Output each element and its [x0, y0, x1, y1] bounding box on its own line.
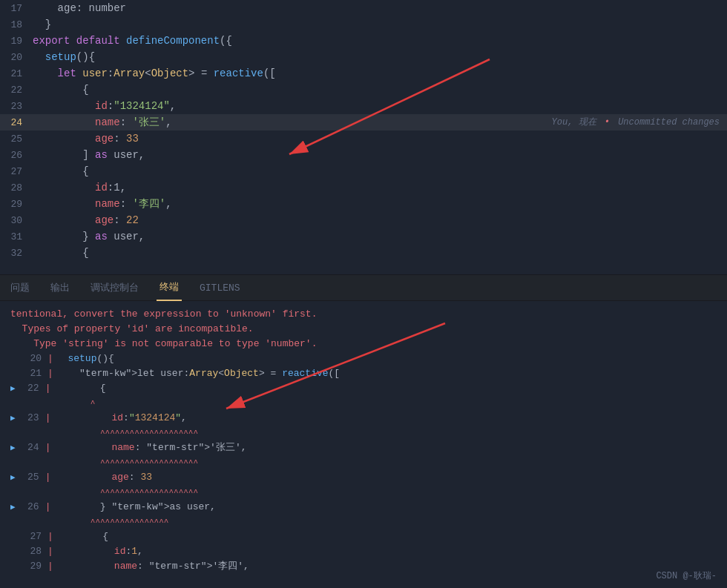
- terminal-line: ▶22| {: [10, 381, 717, 396]
- terminal-line: 21| "term-kw">let user:Array<Object> = r…: [10, 366, 717, 381]
- line-number: 22: [0, 82, 30, 99]
- editor-line-21: 21 let user:Array<Object> = reactive([: [0, 65, 727, 82]
- terminal-line: ▶23| id:"1324124",: [10, 411, 717, 426]
- line-number: 28: [0, 180, 30, 196]
- line-content: age: number: [30, 0, 727, 16]
- line-number: 23: [0, 99, 30, 115]
- editor-line-31: 31 } as user,: [0, 228, 727, 245]
- editor-line-30: 30 age: 22: [0, 212, 727, 228]
- line-content: setup(){: [30, 49, 727, 65]
- line-content: } as user,: [30, 228, 727, 245]
- line-number: 18: [0, 17, 30, 33]
- terminal-line: tentional, convert the expression to 'un…: [10, 307, 717, 322]
- editor-line-19: 19export default defineComponent({: [0, 33, 727, 49]
- editor-line-18: 18 }: [0, 16, 727, 33]
- line-number: 26: [0, 148, 30, 164]
- line-number: 27: [0, 164, 30, 180]
- line-number: 29: [0, 196, 30, 213]
- terminal-line: 20| setup(){: [10, 351, 717, 366]
- editor-line-32: 32 {: [0, 245, 727, 261]
- editor-line-24: 24 name: '张三',You, 现在 • Uncommitted chan…: [0, 114, 727, 131]
- line-number: 19: [0, 33, 30, 50]
- line-content: {: [30, 245, 727, 261]
- editor-line-25: 25 age: 33: [0, 131, 727, 147]
- line-number: 20: [0, 50, 30, 66]
- expand-arrow[interactable]: ▶: [10, 384, 16, 393]
- line-content: id:"1324124",: [30, 98, 727, 114]
- line-content: age: 33: [30, 131, 727, 147]
- tab-GITLENS[interactable]: GITLENS: [197, 274, 243, 301]
- editor-line-20: 20 setup(){: [0, 49, 727, 65]
- line-content: id:1,: [30, 179, 727, 196]
- line-content: }: [30, 16, 727, 33]
- terminal-line: Type 'string' is not comparable to type …: [10, 337, 717, 351]
- expand-arrow[interactable]: ▶: [10, 473, 16, 482]
- terminal-line: ^^^^^^^^^^^^^^^^^^^^: [10, 485, 717, 500]
- line-number: 32: [0, 245, 30, 262]
- expand-arrow[interactable]: ▶: [10, 414, 16, 423]
- tab-bar: 问题输出调试控制台终端GITLENS: [0, 274, 727, 301]
- terminal-line: ▶26| } "term-kw">as user,: [10, 500, 717, 515]
- terminal-area: tentional, convert the expression to 'un…: [0, 301, 727, 588]
- terminal-line: 28| id:1,: [10, 544, 717, 559]
- tab-items: 问题输出调试控制台终端GITLENS: [7, 275, 243, 300]
- terminal-line: 27| {: [10, 529, 717, 544]
- line-content: export default defineComponent({: [30, 33, 727, 49]
- expand-arrow[interactable]: ▶: [10, 503, 16, 512]
- tab-输出[interactable]: 输出: [47, 274, 73, 301]
- terminal-line: ▶25| age: 33: [10, 470, 717, 485]
- line-content: age: 22: [30, 212, 727, 228]
- expand-arrow[interactable]: ▶: [10, 443, 16, 452]
- line-number: 17: [0, 1, 30, 17]
- editor-line-28: 28 id:1,: [0, 179, 727, 196]
- terminal-line: ^: [10, 396, 717, 411]
- watermark: CSDN @-耿瑞-: [656, 569, 717, 582]
- editor-area: 17 age: number18 }19export default defin…: [0, 0, 727, 274]
- tab-终端[interactable]: 终端: [157, 274, 182, 301]
- editor-line-26: 26 ] as user,: [0, 147, 727, 163]
- line-content: ] as user,: [30, 147, 727, 163]
- git-blame: You, 现在 • Uncommitted changes: [552, 114, 727, 131]
- terminal-lines: tentional, convert the expression to 'un…: [10, 307, 717, 574]
- line-number: 24: [0, 115, 30, 131]
- line-number: 31: [0, 229, 30, 245]
- terminal-line: ^^^^^^^^^^^^^^^^: [10, 515, 717, 529]
- line-content: let user:Array<Object> = reactive([: [30, 65, 727, 82]
- line-content: name: '李四',: [30, 196, 727, 212]
- line-number: 30: [0, 213, 30, 229]
- terminal-line: ▶24| name: "term-str">'张三',: [10, 440, 717, 455]
- editor-line-27: 27 {: [0, 163, 727, 179]
- terminal-line: 29| name: "term-str">'李四',: [10, 559, 717, 574]
- line-number: 21: [0, 66, 30, 82]
- editor-line-23: 23 id:"1324124",: [0, 98, 727, 114]
- editor-line-22: 22 {: [0, 82, 727, 98]
- tab-问题[interactable]: 问题: [7, 274, 33, 301]
- tab-调试控制台[interactable]: 调试控制台: [88, 274, 142, 301]
- terminal-line: ^^^^^^^^^^^^^^^^^^^^: [10, 455, 717, 470]
- editor-line-17: 17 age: number: [0, 0, 727, 16]
- terminal-line: Types of property 'id' are incompatible.: [10, 322, 717, 337]
- terminal-line: ^^^^^^^^^^^^^^^^^^^^: [10, 426, 717, 440]
- editor-line-29: 29 name: '李四',: [0, 196, 727, 212]
- editor-lines: 17 age: number18 }19export default defin…: [0, 0, 727, 261]
- line-content: {: [30, 82, 727, 98]
- line-number: 25: [0, 131, 30, 148]
- line-content: {: [30, 163, 727, 179]
